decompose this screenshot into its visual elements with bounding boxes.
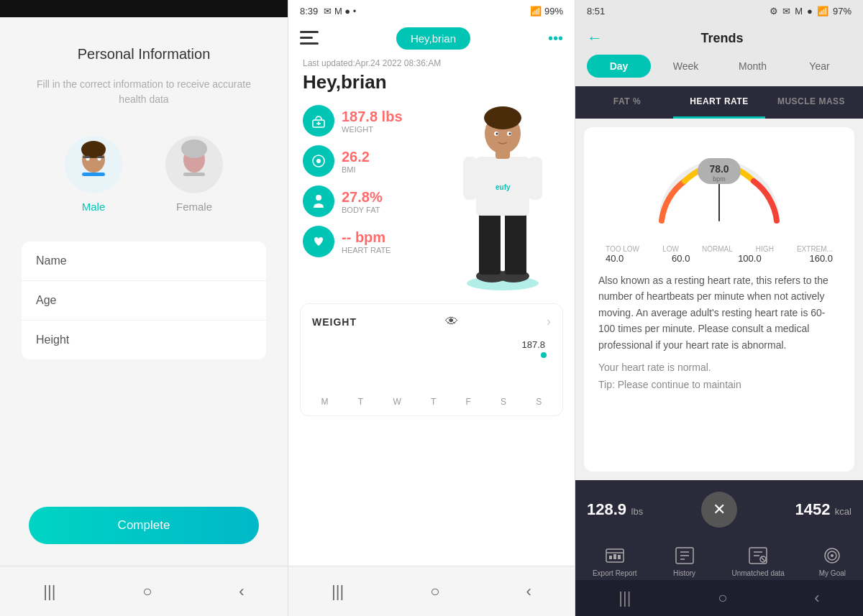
name-field[interactable]: Name bbox=[22, 242, 266, 281]
stat-calories: 1452 kcal bbox=[795, 500, 851, 519]
tab-day[interactable]: Day bbox=[587, 55, 651, 78]
nav-home-2[interactable]: ○ bbox=[430, 582, 439, 601]
svg-point-33 bbox=[496, 133, 498, 135]
battery-3: 97% bbox=[833, 6, 851, 17]
heart-status: Your heart rate is normal. bbox=[598, 362, 840, 373]
day-s2: S bbox=[536, 397, 542, 407]
svg-rect-6 bbox=[97, 156, 104, 158]
unmatched-icon bbox=[745, 545, 771, 566]
nav-history-label: History bbox=[673, 569, 695, 577]
tab-fat[interactable]: FAT % bbox=[581, 86, 673, 119]
range-labels: TOO LOW LOW NORMAL HIGH EXTREM... bbox=[598, 245, 840, 253]
visibility-icon[interactable]: 👁 bbox=[445, 314, 458, 329]
subtitle: Fill in the correct information to recei… bbox=[22, 77, 266, 107]
user-badge: Hey,brian bbox=[396, 27, 470, 50]
tab-month[interactable]: Month bbox=[721, 55, 785, 78]
metric-heartrate[interactable]: -- bpm Heart Rate bbox=[303, 226, 438, 257]
nav-back-1[interactable]: ‹ bbox=[239, 582, 244, 601]
nav-unmatched[interactable]: Unmatched data bbox=[731, 545, 784, 577]
nav-home-3[interactable]: ○ bbox=[718, 589, 727, 607]
nav-menu-3[interactable]: ||| bbox=[618, 589, 631, 607]
stat-weight: 128.9 lbs bbox=[587, 500, 643, 519]
goal-icon bbox=[819, 545, 845, 566]
chart-dot bbox=[541, 352, 547, 358]
back-button[interactable]: ← bbox=[587, 29, 603, 47]
metric-bodyfat[interactable]: 27.8% Body Fat bbox=[303, 185, 438, 217]
gender-male[interactable]: Male bbox=[65, 136, 122, 213]
nav-goal-label: My Goal bbox=[819, 569, 846, 577]
nav-home-1[interactable]: ○ bbox=[142, 582, 152, 601]
range-high: HIGH bbox=[756, 245, 774, 253]
nav-menu-1[interactable]: ||| bbox=[43, 582, 55, 601]
wifi-icon-3: 📶 bbox=[817, 6, 828, 17]
metrics-section: 187.8 lbs WEIGHT 26.2 BMI bbox=[288, 105, 575, 292]
bmi-label: BMI bbox=[342, 165, 370, 174]
panel-personal-info: Personal Information Fill in the correct… bbox=[0, 0, 288, 616]
signal-icon: M bbox=[795, 6, 803, 17]
weight-chart: 187.8 bbox=[301, 339, 562, 397]
nav-menu-2[interactable]: ||| bbox=[332, 582, 344, 601]
stat-calories-value: 1452 bbox=[795, 500, 830, 518]
tab-heartrate[interactable]: HEART RATE bbox=[673, 86, 765, 119]
metric-tabs: FAT % HEART RATE MUSCLE MASS bbox=[575, 86, 863, 119]
svg-rect-2 bbox=[82, 173, 105, 176]
nav-unmatched-label: Unmatched data bbox=[731, 569, 784, 577]
export-icon bbox=[602, 545, 628, 566]
nav-export[interactable]: Export Report bbox=[593, 545, 637, 577]
val-60: 60.0 bbox=[672, 253, 690, 264]
age-field[interactable]: Age bbox=[22, 281, 266, 321]
svg-point-1 bbox=[81, 141, 106, 158]
close-button[interactable]: ✕ bbox=[701, 492, 737, 528]
val-160: 160.0 bbox=[809, 253, 833, 264]
metric-weight[interactable]: 187.8 lbs WEIGHT bbox=[303, 105, 438, 137]
stat-weight-value: 128.9 bbox=[587, 500, 626, 518]
nav-history[interactable]: History bbox=[672, 545, 698, 577]
day-w: W bbox=[393, 397, 401, 407]
svg-point-30 bbox=[484, 106, 521, 129]
gender-female[interactable]: Female bbox=[165, 136, 223, 213]
male-label: Male bbox=[82, 201, 106, 213]
bottom-nav: Export Report History bbox=[575, 539, 863, 580]
nav-bar-1: ||| ○ ‹ bbox=[0, 566, 288, 616]
svg-point-54 bbox=[831, 554, 834, 557]
week-days: M T W T F S S bbox=[301, 397, 562, 415]
val-40: 40.0 bbox=[606, 253, 624, 264]
panel-trends: 8:51 ⚙ ✉ M ● 📶 97% ← Trends Day Week Mon… bbox=[575, 0, 863, 616]
metric-bmi[interactable]: 26.2 BMI bbox=[303, 145, 438, 177]
heartrate-value: -- bpm bbox=[342, 229, 391, 246]
nav-back-3[interactable]: ‹ bbox=[814, 589, 819, 607]
more-options[interactable]: ••• bbox=[548, 30, 563, 47]
male-avatar bbox=[65, 136, 122, 193]
metrics-list: 187.8 lbs WEIGHT 26.2 BMI bbox=[303, 105, 438, 292]
status-bar-2: 8:39 ✉ M ● • 📶 99% bbox=[288, 0, 575, 22]
nav-bar-3: ||| ○ ‹ bbox=[575, 580, 863, 616]
bottom-stats: 128.9 lbs ✕ 1452 kcal bbox=[575, 480, 863, 539]
height-field[interactable]: Height bbox=[22, 321, 266, 359]
wifi-icon: 📶 bbox=[530, 6, 542, 17]
expand-arrow[interactable]: › bbox=[547, 314, 551, 329]
stat-weight-unit: lbs bbox=[631, 506, 644, 517]
svg-text:bpm: bpm bbox=[713, 175, 726, 183]
range-normal: NORMAL bbox=[702, 245, 733, 253]
menu-lines[interactable] bbox=[300, 29, 319, 48]
time-2: 8:39 bbox=[300, 6, 318, 17]
bmi-value: 26.2 bbox=[342, 148, 370, 165]
mail-icon: ✉ bbox=[782, 6, 790, 17]
nav-back-2[interactable]: ‹ bbox=[526, 582, 531, 601]
tab-muscle[interactable]: MUSCLE MASS bbox=[765, 86, 857, 119]
nav-goal[interactable]: My Goal bbox=[819, 545, 846, 577]
complete-button[interactable]: Complete bbox=[29, 507, 259, 544]
day-m: M bbox=[321, 397, 329, 407]
time-tabs: Day Week Month Year bbox=[575, 55, 863, 86]
svg-rect-23 bbox=[505, 211, 526, 275]
tab-year[interactable]: Year bbox=[787, 55, 851, 78]
page-title: Personal Information bbox=[78, 46, 211, 63]
weight-value: 187.8 lbs bbox=[342, 108, 403, 125]
status-bar-3: 8:51 ⚙ ✉ M ● 📶 97% bbox=[575, 0, 863, 22]
day-s1: S bbox=[501, 397, 506, 407]
tab-week[interactable]: Week bbox=[654, 55, 718, 78]
gauge-container: 78.0 bpm bbox=[598, 142, 840, 242]
avatar-3d: eufy bbox=[445, 105, 560, 292]
range-extreme: EXTREM... bbox=[797, 245, 833, 253]
svg-point-8 bbox=[181, 139, 207, 158]
